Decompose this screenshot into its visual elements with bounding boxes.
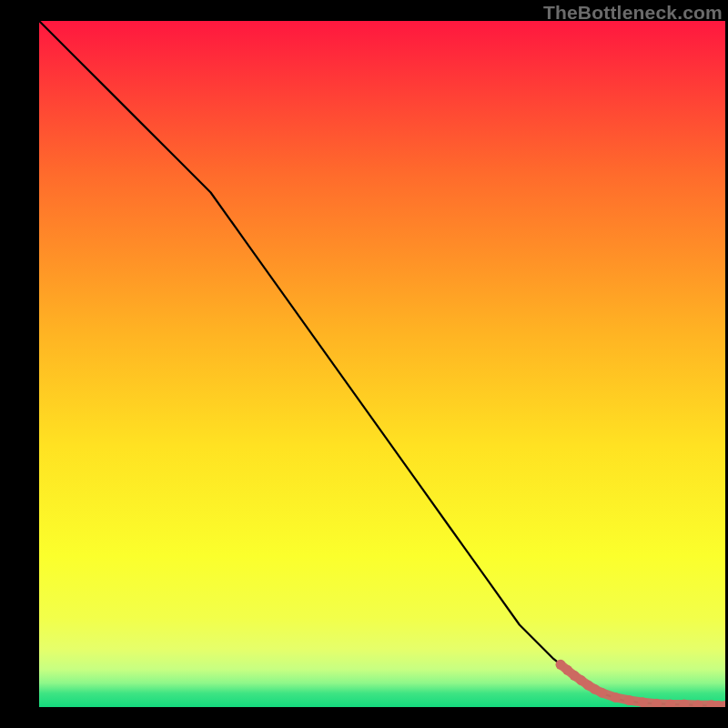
marker-dot	[624, 695, 634, 705]
marker-dot	[611, 693, 621, 703]
marker-dot	[597, 688, 607, 698]
watermark: TheBottleneck.com	[543, 2, 723, 24]
chart-root: TheBottleneck.com	[0, 0, 728, 728]
chart-plot	[39, 21, 725, 707]
marker-dot	[638, 697, 648, 707]
